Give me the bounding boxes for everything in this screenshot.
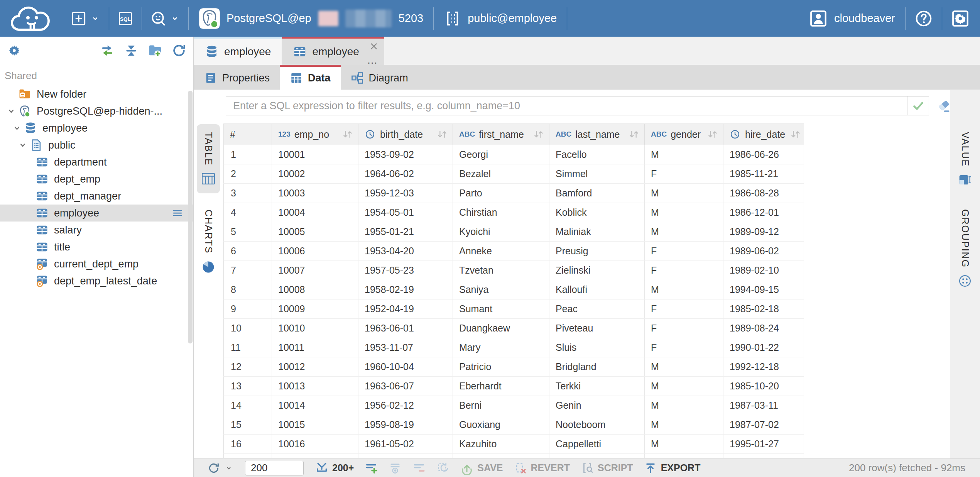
column-header-first_name[interactable]: ABCfirst_name (453, 124, 549, 145)
column-header-last_name[interactable]: ABClast_name (549, 124, 645, 145)
row-number[interactable]: 5 (224, 222, 272, 241)
cell-birth_date[interactable]: 1953-04-20 (358, 242, 453, 260)
apply-filter-button[interactable] (907, 96, 929, 115)
row-number[interactable]: 10 (224, 319, 272, 338)
cell-last_name[interactable]: Peac (549, 299, 645, 318)
cell-gender[interactable]: F (645, 164, 723, 183)
cell-first_name[interactable]: Sumant (453, 299, 549, 318)
cell-gender[interactable]: M (645, 415, 723, 434)
user-menu[interactable]: cloudbeaver (799, 0, 905, 37)
script-button[interactable]: SCRIPT (575, 459, 639, 477)
row-number[interactable]: 15 (224, 415, 272, 434)
cell-birth_date[interactable]: 1963-06-07 (358, 377, 453, 396)
row-number[interactable]: 13 (224, 377, 272, 396)
tab-diagram[interactable]: Diagram (341, 65, 418, 89)
sort-icon[interactable] (706, 129, 719, 140)
cell-gender[interactable]: M (645, 184, 723, 203)
cell-last_name[interactable]: Piveteau (549, 319, 645, 338)
tree-item-title[interactable]: title (0, 238, 193, 255)
revert-button[interactable]: REVERT (509, 459, 575, 477)
cell-gender[interactable]: M (645, 145, 723, 164)
column-header-birth_date[interactable]: birth_date (358, 124, 453, 145)
save-button[interactable]: SAVE (455, 459, 508, 477)
cell-hire_date[interactable]: 1986-12-01 (723, 203, 804, 222)
row-number[interactable]: 14 (224, 396, 272, 415)
cell-birth_date[interactable]: 1952-04-19 (358, 299, 453, 318)
cell-last_name[interactable]: Terkki (549, 377, 645, 396)
cell-first_name[interactable]: Georgi (453, 145, 549, 164)
cell-last_name[interactable]: Preusig (549, 242, 645, 260)
new-folder-button[interactable] (147, 42, 163, 59)
cell-first_name[interactable]: Kyoichi (453, 222, 549, 241)
cell-emp_no[interactable]: 10011 (272, 338, 358, 357)
cell-birth_date[interactable]: 1953-09-02 (358, 145, 453, 164)
cell-last_name[interactable]: Sluis (549, 338, 645, 357)
cell-emp_no[interactable]: 10003 (272, 184, 358, 203)
cell-hire_date[interactable]: 1992-12-18 (723, 357, 804, 376)
cell-emp_no[interactable]: 10009 (272, 299, 358, 318)
cell-hire_date[interactable]: 1995-01-27 (723, 435, 804, 453)
row-number[interactable]: 7 (224, 261, 272, 280)
duplicate-row-button[interactable] (383, 459, 407, 477)
cell-last_name[interactable]: Zielinski (549, 261, 645, 280)
cell-emp_no[interactable]: 10013 (272, 377, 358, 396)
settings-button[interactable] (942, 0, 980, 37)
refresh-result-button[interactable] (202, 459, 239, 477)
cell-birth_date[interactable]: 1955-01-21 (358, 222, 453, 241)
cell-first_name[interactable]: Kazuhito (453, 435, 549, 453)
cell-gender[interactable]: F (645, 338, 723, 357)
cell-birth_date[interactable]: 1959-12-03 (358, 184, 453, 203)
cell-last_name[interactable]: Bamford (549, 184, 645, 203)
cell-emp_no[interactable]: 10002 (272, 164, 358, 183)
cell-first_name[interactable]: Anneke (453, 242, 549, 260)
tree-item-new-folder[interactable]: New folder (0, 86, 193, 103)
cell-birth_date[interactable]: 1961-05-02 (358, 435, 453, 453)
cell-emp_no[interactable]: 10012 (272, 357, 358, 376)
cell-gender[interactable]: M (645, 203, 723, 222)
cell-emp_no[interactable]: 10015 (272, 415, 358, 434)
fetch-size-input[interactable] (245, 461, 304, 475)
sort-icon[interactable] (341, 129, 354, 140)
tab-table-presentation[interactable]: TABLE (197, 124, 220, 193)
refresh-changes-button[interactable] (431, 459, 455, 477)
tree-item-dept-manager[interactable]: dept_manager (0, 188, 193, 205)
cell-last_name[interactable]: Kalloufi (549, 280, 645, 299)
cell-hire_date[interactable]: 1986-08-28 (723, 184, 804, 203)
schema-selector[interactable]: public@employee (434, 0, 567, 37)
cell-gender[interactable]: M (645, 435, 723, 453)
cell-last_name[interactable]: Facello (549, 145, 645, 164)
cell-birth_date[interactable]: 1958-02-19 (358, 280, 453, 299)
cell-emp_no[interactable]: 10007 (272, 261, 358, 280)
expand-chevron-icon[interactable] (6, 105, 18, 117)
cell-hire_date[interactable]: 1989-06-02 (723, 242, 804, 260)
cell-first_name[interactable]: Guoxiang (453, 415, 549, 434)
tree-item-current-dept-emp[interactable]: current_dept_emp (0, 255, 193, 272)
cell-first_name[interactable]: Chirstian (453, 203, 549, 222)
cell-hire_date[interactable]: 1985-11-21 (723, 164, 804, 183)
row-number[interactable]: 1 (224, 145, 272, 164)
cell-last_name[interactable]: Maliniak (549, 222, 645, 241)
tree-item-dept-emp-latest-date[interactable]: dept_emp_latest_date (0, 272, 193, 289)
close-tab-icon[interactable] (368, 41, 379, 52)
cell-gender[interactable]: M (645, 357, 723, 376)
cell-first_name[interactable]: Parto (453, 184, 549, 203)
row-number[interactable]: 8 (224, 280, 272, 299)
cell-gender[interactable]: M (645, 222, 723, 241)
cell-hire_date[interactable]: 1987-07-02 (723, 415, 804, 434)
column-header-hire_date[interactable]: hire_date (723, 124, 804, 145)
cell-gender[interactable]: F (645, 261, 723, 280)
collapse-all-button[interactable] (123, 42, 139, 59)
row-number[interactable]: 6 (224, 242, 272, 260)
tab-value-panel[interactable]: VALUE (953, 124, 977, 195)
cell-first_name[interactable]: Mary (453, 338, 549, 357)
cell-birth_date[interactable]: 1959-08-19 (358, 415, 453, 434)
cell-birth_date[interactable]: 1964-06-02 (358, 164, 453, 183)
cell-first_name[interactable]: Berni (453, 396, 549, 415)
tree-item-employee[interactable]: employee (0, 205, 193, 222)
clear-filter-button[interactable] (936, 98, 951, 113)
sort-icon[interactable] (789, 129, 802, 140)
cell-emp_no[interactable]: 10010 (272, 319, 358, 338)
cell-first_name[interactable]: Duangkaew (453, 319, 549, 338)
cell-last_name[interactable]: Simmel (549, 164, 645, 183)
cell-emp_no[interactable]: 10008 (272, 280, 358, 299)
